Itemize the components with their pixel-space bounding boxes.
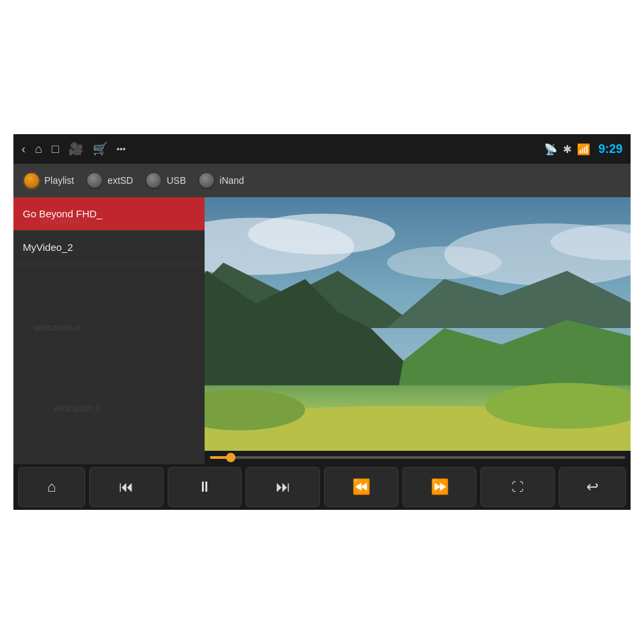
next-button[interactable]: ⏭: [246, 467, 320, 507]
video-frame[interactable]: [205, 197, 631, 451]
source-tab-extsd[interactable]: extSD: [87, 173, 133, 188]
extsd-label: extSD: [107, 175, 133, 186]
playlist-label: Playlist: [44, 175, 74, 186]
video-area: [205, 197, 631, 464]
status-bar: ‹ ⌂ □ 🎥 🛒 ••• 📡 ✱ 📶 9:29: [13, 134, 631, 164]
inand-label: iNand: [219, 175, 244, 186]
fastforward-icon: ⏩: [431, 478, 449, 496]
extsd-dot: [87, 173, 102, 188]
bag-nav-icon[interactable]: 🛒: [93, 142, 107, 156]
recents-nav-icon[interactable]: □: [52, 142, 59, 156]
source-tab-inand[interactable]: iNand: [199, 173, 244, 188]
source-tab-playlist[interactable]: Playlist: [24, 173, 74, 188]
nav-icons: ‹ ⌂ □ 🎥 🛒 •••: [21, 142, 544, 156]
playlist-sidebar: Go Beyond FHD_ MyVideo_2: [13, 197, 205, 464]
progress-thumb[interactable]: [226, 453, 235, 462]
screen: wincairan.ir wincairan.ir wincairan.ir w…: [13, 134, 631, 510]
home-button[interactable]: ⌂: [18, 467, 85, 507]
rewind-icon: ⏪: [352, 478, 370, 496]
source-tab-usb[interactable]: USB: [146, 173, 186, 188]
camera-nav-icon[interactable]: 🎥: [68, 142, 83, 156]
fullscreen-button[interactable]: ⛶: [480, 467, 555, 507]
rewind-button[interactable]: ⏪: [324, 467, 398, 507]
main-content: Go Beyond FHD_ MyVideo_2: [13, 197, 631, 464]
clock: 9:29: [598, 142, 623, 156]
video-progress[interactable]: [205, 451, 631, 464]
wifi-icon: 📶: [577, 143, 590, 156]
back-icon: ↩: [586, 478, 598, 496]
svg-point-5: [387, 246, 502, 279]
fastforward-button[interactable]: ⏩: [402, 467, 477, 507]
prev-button[interactable]: ⏮: [89, 467, 164, 507]
video-thumbnail: [205, 197, 631, 451]
fullscreen-icon: ⛶: [512, 480, 524, 494]
control-bar: ⌂ ⏮ ⏸ ⏭ ⏪ ⏩ ⛶ ↩: [13, 464, 631, 510]
home-nav-icon[interactable]: ⌂: [35, 142, 42, 156]
bluetooth-icon: ✱: [563, 143, 572, 156]
pause-icon: ⏸: [197, 478, 212, 496]
playlist-item-2[interactable]: MyVideo_2: [13, 231, 205, 264]
home-icon: ⌂: [47, 478, 56, 496]
back-nav-icon[interactable]: ‹: [21, 142, 25, 156]
next-icon: ⏭: [276, 478, 290, 496]
svg-point-2: [248, 213, 394, 254]
playlist-item-1[interactable]: Go Beyond FHD_: [13, 197, 205, 231]
device-frame: wincairan.ir wincairan.ir wincairan.ir w…: [0, 0, 644, 644]
usb-dot: [146, 173, 161, 188]
cast-icon: 📡: [544, 143, 557, 156]
source-bar: Playlist extSD USB iNand: [13, 164, 631, 197]
playlist-dot: [24, 173, 39, 188]
back-button[interactable]: ↩: [559, 467, 626, 507]
progress-track[interactable]: [210, 456, 625, 459]
pause-button[interactable]: ⏸: [168, 467, 242, 507]
inand-dot: [199, 173, 214, 188]
prev-icon: ⏮: [119, 478, 133, 496]
more-nav-icon[interactable]: •••: [117, 144, 126, 154]
status-right: 📡 ✱ 📶 9:29: [544, 142, 623, 156]
usb-label: USB: [166, 175, 186, 186]
